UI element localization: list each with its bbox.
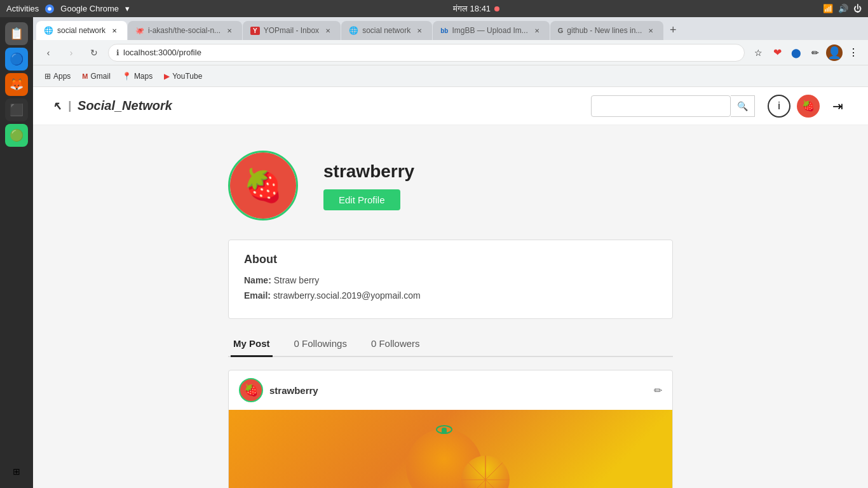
name-value: Straw berry: [274, 275, 320, 285]
extension3-icon[interactable]: ✏: [807, 44, 824, 61]
email-value: strawberry.social.2019@yopmail.com: [273, 290, 421, 301]
bookmark-maps[interactable]: 📍 Maps: [117, 69, 158, 83]
divider: |: [68, 99, 71, 112]
dropdown-arrow[interactable]: ▾: [125, 4, 130, 13]
apps-label: Apps: [53, 72, 71, 81]
os-dot: [494, 6, 499, 11]
apps-grid-icon: ⊞: [44, 72, 51, 81]
page-content: ↖ | Social_Network 🔍 i 🍓 ⇥: [33, 87, 868, 488]
email-label: Email:: [244, 290, 271, 301]
profile-avatar-browser[interactable]: 👤: [826, 44, 843, 61]
volume-icon: 🔊: [838, 4, 848, 13]
search-button[interactable]: 🔍: [731, 95, 755, 117]
sidebar-files-icon[interactable]: 📋: [5, 22, 28, 45]
sidebar-terminal-icon[interactable]: ⬛: [5, 98, 28, 121]
tab5-icon: bb: [440, 27, 448, 34]
sidebar-chrome-icon[interactable]: 🟢: [5, 124, 28, 147]
post-image: [229, 410, 672, 488]
sidebar-vscode-icon[interactable]: 🔵: [5, 48, 28, 71]
menu-button[interactable]: ⋮: [845, 44, 862, 61]
tab-imgbb[interactable]: bb ImgBB — Upload Im... ✕: [433, 21, 550, 40]
youtube-icon: ▶: [164, 72, 170, 81]
tab-bar: 🌐 social network ✕ 🐙 i-akash/the-social-…: [33, 17, 868, 40]
about-name-row: Name: Straw berry: [244, 275, 657, 285]
tab-yopmail[interactable]: Y YOPmail - Inbox ✕: [243, 21, 341, 40]
activities-label[interactable]: Activities: [6, 4, 39, 13]
url-text: localhost:3000/profile: [123, 48, 201, 57]
tab-github-new[interactable]: G github - New lines in... ✕: [550, 21, 664, 40]
lock-icon: ℹ: [116, 48, 119, 57]
post-edit-icon[interactable]: ✏: [654, 384, 662, 396]
sidebar-firefox-icon[interactable]: 🦊: [5, 73, 28, 96]
maps-icon: 📍: [122, 72, 132, 81]
power-icon: ⏻: [853, 4, 862, 13]
tab5-close[interactable]: ✕: [532, 25, 542, 36]
star-icon[interactable]: ☆: [750, 44, 766, 61]
chrome-icon: [45, 4, 54, 13]
tab5-label: ImgBB — Upload Im...: [452, 26, 527, 35]
logout-button[interactable]: ⇥: [826, 95, 849, 118]
tab2-close[interactable]: ✕: [224, 25, 234, 36]
new-tab-button[interactable]: +: [664, 21, 682, 39]
reload-button[interactable]: ↻: [85, 44, 103, 62]
sn-nav-actions: i 🍓 ⇥: [768, 95, 849, 118]
avatar-image: 🍓: [230, 152, 296, 219]
os-topbar: Activities Google Chrome ▾ मंगल 18:41 📶 …: [0, 0, 868, 17]
about-title: About: [244, 253, 657, 266]
svg-point-1: [48, 7, 51, 11]
tab1-close[interactable]: ✕: [109, 25, 119, 36]
about-email-row: Email: strawberry.social.2019@yopmail.co…: [244, 290, 657, 301]
tab2-icon: 🐙: [135, 27, 144, 35]
tab3-close[interactable]: ✕: [323, 25, 333, 36]
os-topbar-left: Activities Google Chrome ▾: [6, 4, 130, 13]
bookmark-youtube[interactable]: ▶ YouTube: [159, 69, 207, 83]
back-button[interactable]: ‹: [39, 44, 57, 62]
cursor-icon: ↖: [52, 99, 62, 113]
bookmarks-bar: ⊞ Apps M Gmail 📍 Maps ▶ YouTube: [33, 65, 868, 87]
address-actions: ☆ ❤ ⬤ ✏ 👤 ⋮: [750, 44, 862, 61]
url-bar[interactable]: ℹ localhost:3000/profile: [108, 44, 745, 62]
bookmark-gmail[interactable]: M Gmail: [77, 69, 116, 83]
search-input[interactable]: [591, 95, 731, 117]
tab-followers[interactable]: 0 Followers: [369, 332, 423, 357]
tab4-close[interactable]: ✕: [414, 25, 424, 36]
post-avatar-emoji: 🍓: [244, 383, 258, 397]
os-sidebar: 📋 🔵 🦊 ⬛ 🟢 ⊞: [0, 17, 33, 488]
tab3-icon: Y: [250, 27, 260, 35]
post-card: 🍓 strawberry ✏: [228, 370, 673, 488]
profile-info: strawberry Edit Profile: [323, 161, 414, 210]
tab6-icon: G: [558, 27, 564, 34]
sidebar-grid-icon[interactable]: ⊞: [5, 460, 28, 483]
tab-my-post[interactable]: My Post: [231, 332, 273, 357]
post-username: strawberry: [269, 385, 318, 396]
post-header: 🍓 strawberry ✏: [229, 370, 672, 410]
sn-navbar: ↖ | Social_Network 🔍 i 🍓 ⇥: [33, 87, 868, 125]
tab-followings[interactable]: 0 Followings: [292, 332, 349, 357]
tab-social-network-2[interactable]: 🌐 social network ✕: [341, 21, 432, 40]
info-icon: i: [778, 100, 780, 112]
tab3-label: YOPmail - Inbox: [264, 26, 319, 35]
nav-avatar[interactable]: 🍓: [797, 95, 820, 118]
youtube-label: YouTube: [172, 72, 202, 81]
wifi-icon: 📶: [823, 4, 833, 13]
tab-github-repo[interactable]: 🐙 i-akash/the-social-n... ✕: [128, 21, 242, 40]
os-time: मंगल 18:41: [453, 4, 491, 14]
os-topbar-center: मंगल 18:41: [453, 4, 499, 14]
nav-avatar-emoji: 🍓: [802, 100, 815, 112]
tab-social-network-active[interactable]: 🌐 social network ✕: [36, 21, 127, 40]
sn-search[interactable]: 🔍: [591, 95, 755, 117]
profile-main: 🍓 strawberry Edit Profile About Name: St…: [228, 125, 673, 488]
address-bar: ‹ › ↻ ℹ localhost:3000/profile ☆ ❤ ⬤ ✏ 👤…: [33, 40, 868, 65]
info-icon-button[interactable]: i: [768, 95, 790, 118]
post-avatar: 🍓: [239, 378, 263, 402]
extension2-icon[interactable]: ⬤: [788, 44, 804, 61]
forward-button[interactable]: ›: [62, 44, 80, 62]
extension1-icon[interactable]: ❤: [769, 44, 785, 61]
edit-profile-button[interactable]: Edit Profile: [323, 189, 400, 210]
tab1-label: social network: [57, 26, 105, 35]
tab6-label: github - New lines in...: [567, 26, 642, 35]
profile-username: strawberry: [323, 161, 414, 182]
tab4-icon: 🌐: [349, 26, 358, 35]
bookmark-apps[interactable]: ⊞ Apps: [39, 69, 76, 83]
tab6-close[interactable]: ✕: [646, 25, 656, 36]
